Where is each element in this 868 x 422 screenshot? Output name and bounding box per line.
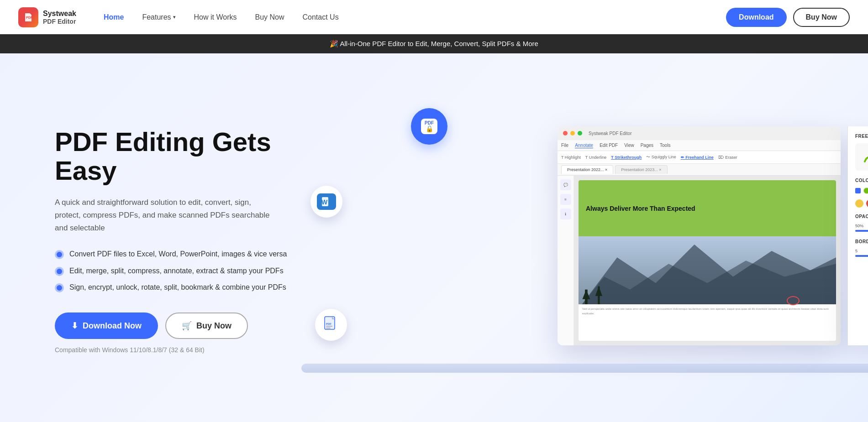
logo[interactable]: PDF Systweak PDF Editor <box>18 7 76 27</box>
toolbar-squiggly[interactable]: 〜 Squiggly Line <box>646 154 676 160</box>
nav-download-button[interactable]: Download <box>726 8 786 27</box>
bullet-icon-2 <box>55 267 64 276</box>
app-title: Systweak PDF Editor <box>589 131 631 136</box>
freehand-preview <box>855 143 868 171</box>
bullet-icon-1 <box>55 250 64 259</box>
logo-text: Systweak PDF Editor <box>43 9 76 26</box>
app-titlebar: Systweak PDF Editor <box>558 126 841 140</box>
compat-text: Compatible with Windows 11/10/8.1/8/7 (3… <box>55 346 320 354</box>
opacity-slider[interactable] <box>855 230 868 232</box>
download-icon: ⬇ <box>71 321 78 331</box>
toolbar-freehand[interactable]: ✏ Freehand Line <box>681 155 714 160</box>
menu-pages[interactable]: Pages <box>641 143 653 148</box>
hero-feature-2-text: Edit, merge, split, compress, annotate, … <box>69 266 284 276</box>
tab-presentation-2[interactable]: Presentation 2023... × <box>615 165 667 174</box>
panel-border-title: BORDER WIDTH <box>855 239 868 244</box>
svg-text:W: W <box>321 198 328 206</box>
menu-edit-pdf[interactable]: Edit PDF <box>600 143 618 148</box>
panel-freehand-title: FREEHAND LINE <box>855 134 868 139</box>
toolbar-strikethrough[interactable]: T Strikethrough <box>611 155 642 160</box>
doc-tiny-text: Sed ut perspiciatis unde omnis iste natu… <box>582 307 832 316</box>
hero-description: A quick and straightforward solution to … <box>55 196 279 234</box>
app-body: 💬 ≡ ℹ Always Deliver More Than Expected <box>558 176 841 345</box>
app-content: Always Deliver More Than Expected <box>574 176 841 345</box>
doc-green-banner: Always Deliver More Than Expected <box>579 180 836 236</box>
nav-actions: Download Buy Now <box>726 8 850 27</box>
opacity-value: 50% <box>855 224 868 228</box>
menu-tools[interactable]: Tools <box>660 143 670 148</box>
sidebar-layers-icon[interactable]: ≡ <box>560 194 571 205</box>
svg-text:PDF: PDF <box>326 323 331 325</box>
tab-presentation-1[interactable]: Presentation 2022... × <box>561 165 613 174</box>
hero-feature-2: Edit, merge, split, compress, annotate, … <box>55 266 320 276</box>
download-now-button[interactable]: ⬇ Download Now <box>55 313 158 339</box>
right-panel: FREEHAND LINE COLOR Fill Color OPACIT <box>847 126 868 345</box>
toolbar-highlight[interactable]: T Highlight <box>561 155 581 160</box>
fill-color-row: Fill Color <box>855 188 868 194</box>
cart-icon: 🛒 <box>182 321 192 331</box>
border-slider[interactable] <box>855 255 868 257</box>
logo-icon: PDF <box>18 7 38 27</box>
svg-text:PDF: PDF <box>26 16 33 19</box>
titlebar-minimize-dot <box>570 131 575 135</box>
app-menubar: File Annotate Edit PDF View Pages Tools <box>558 140 841 151</box>
float-word-icon: W <box>310 186 342 218</box>
announcement-text: All-in-One PDF Editor to Edit, Merge, Co… <box>340 40 538 47</box>
buy-now-label: Buy Now <box>196 321 231 331</box>
float-pdf-lock-icon: PDF 🔒 <box>411 108 447 145</box>
hero-feature-1: Convert PDF files to Excel, Word, PowerP… <box>55 249 320 259</box>
hero-actions: ⬇ Download Now 🛒 Buy Now <box>55 313 320 339</box>
color-swatches <box>855 199 868 208</box>
download-now-label: Download Now <box>83 321 142 331</box>
fill-color-checkbox[interactable] <box>855 188 861 193</box>
border-value: 5 <box>855 249 868 253</box>
word-badge: W <box>317 193 336 210</box>
nav-link-contact-us[interactable]: Contact Us <box>303 13 339 21</box>
app-sidebar: 💬 ≡ ℹ <box>558 176 574 345</box>
sidebar-info-icon[interactable]: ℹ <box>560 208 571 219</box>
nav-link-how-it-works[interactable]: How it Works <box>194 13 237 21</box>
menu-annotate[interactable]: Annotate <box>575 143 593 148</box>
announcement-icon: 🎉 <box>330 40 338 47</box>
nav-link-buy-now[interactable]: Buy Now <box>255 13 284 21</box>
doc-mountain-image <box>579 236 836 304</box>
hero-section: PDF Editing Gets Easy A quick and straig… <box>0 53 868 422</box>
titlebar-maximize-dot <box>578 131 582 135</box>
fill-color-swatch[interactable] <box>863 188 868 194</box>
platform-base <box>301 364 868 373</box>
pdf-doc-badge: PDF <box>324 316 338 334</box>
chevron-down-icon: ▾ <box>173 14 176 20</box>
toolbar-underline[interactable]: T Underline <box>585 155 606 160</box>
hero-visual: PDF 🔒 W PDF <box>320 113 831 368</box>
nav-buy-button[interactable]: Buy Now <box>793 8 850 27</box>
panel-color-title: COLOR <box>855 178 868 183</box>
float-pdf-doc-icon: PDF <box>315 309 347 341</box>
sidebar-comments-icon[interactable]: 💬 <box>560 179 571 190</box>
hero-content: PDF Editing Gets Easy A quick and straig… <box>55 127 320 354</box>
panel-opacity-title: OPACITY <box>855 214 868 219</box>
swatch-red[interactable] <box>866 199 868 208</box>
svg-rect-9 <box>326 328 331 328</box>
navbar: PDF Systweak PDF Editor Home Features ▾ … <box>0 0 868 34</box>
doc-text-area: Sed ut perspiciatis unde omnis iste natu… <box>579 304 836 341</box>
toolbar-eraser[interactable]: ⌦ Eraser <box>718 155 737 160</box>
menu-file[interactable]: File <box>561 143 568 148</box>
app-tabs: Presentation 2022... × Presentation 2023… <box>558 164 841 176</box>
svg-rect-8 <box>326 326 332 327</box>
hero-features-list: Convert PDF files to Excel, Word, PowerP… <box>55 249 320 292</box>
nav-link-home[interactable]: Home <box>104 13 124 21</box>
bullet-icon-3 <box>55 283 64 292</box>
hero-feature-3: Sign, encrypt, unlock, rotate, split, bo… <box>55 282 320 292</box>
doc-preview: Always Deliver More Than Expected <box>579 180 836 341</box>
hero-title: PDF Editing Gets Easy <box>55 127 320 186</box>
menu-view[interactable]: View <box>624 143 634 148</box>
buy-now-hero-button[interactable]: 🛒 Buy Now <box>165 313 248 339</box>
doc-circle-annotation <box>787 296 800 305</box>
hero-feature-1-text: Convert PDF files to Excel, Word, PowerP… <box>69 249 287 259</box>
nav-links: Home Features ▾ How it Works Buy Now Con… <box>104 13 726 21</box>
app-window: Systweak PDF Editor File Annotate Edit P… <box>558 126 841 345</box>
titlebar-close-dot <box>563 131 568 135</box>
nav-link-features[interactable]: Features ▾ <box>142 13 175 21</box>
hero-feature-3-text: Sign, encrypt, unlock, rotate, split, bo… <box>69 282 286 292</box>
swatch-yellow[interactable] <box>855 199 863 208</box>
